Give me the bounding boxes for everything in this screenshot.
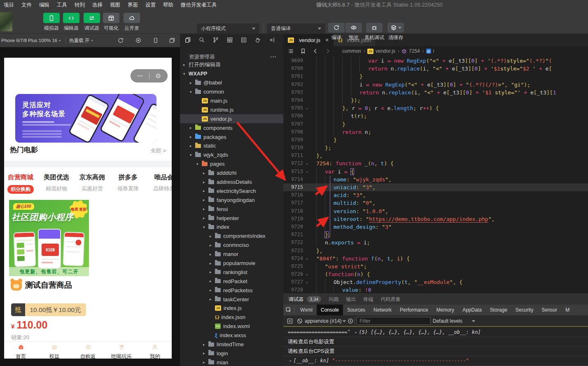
code-line-9716[interactable]: 9716acid: "3",: [283, 191, 588, 199]
action-清缓存[interactable]: 清缓存: [386, 23, 406, 41]
panel-tab-代码质量[interactable]: 代码质量: [380, 296, 400, 303]
devtools-tab-Wxml[interactable]: Wxml: [296, 305, 317, 315]
toolbar-模拟器[interactable]: 模拟器: [42, 13, 61, 32]
code-line-9708[interactable]: 9708return n;: [283, 128, 588, 136]
expand-icon[interactable]: ▸: [288, 359, 293, 363]
console-row-1[interactable]: ====================’ ▸(5) [{…}, {…}, {……: [283, 328, 588, 337]
play-icon[interactable]: [287, 318, 293, 324]
code-line-9719[interactable]: 9719siteroot: "https://demo.ttbobo.com/a…: [283, 215, 588, 223]
fold-icon[interactable]: ›: [303, 255, 310, 263]
tree-item-electricitySearch[interactable]: ▸electricitySearch: [180, 186, 283, 195]
live-expression-icon[interactable]: [347, 318, 354, 324]
devtools-tab-Console[interactable]: Console: [317, 305, 343, 315]
tree-item-index.js[interactable]: JSindex.js: [180, 304, 283, 313]
forward-icon[interactable]: [324, 48, 331, 54]
tree-item-login[interactable]: ▸login: [180, 349, 283, 358]
devtools-tab-Security[interactable]: Security: [511, 305, 537, 315]
code-line-9715[interactable]: 9715uniacid: "3",: [283, 183, 588, 191]
tree-item-rankinglist[interactable]: ▸rankinglist: [180, 267, 283, 277]
code-line-9703[interactable]: 9703return n.replace(i, "<" + e[_t3][0] …: [283, 89, 588, 96]
tree-item-adddizhi[interactable]: ▸adddizhi: [180, 169, 283, 178]
tree-item-redPacketss[interactable]: ▸redPacketss: [180, 286, 283, 295]
tree-item-runtime.js[interactable]: JSruntime.js: [180, 105, 283, 114]
breadcrumb-vendor.js[interactable]: vendor.js: [376, 48, 395, 54]
tree-item-vendor.js[interactable]: JSvendor.js: [180, 114, 283, 123]
tree-item-popularmovie[interactable]: ▸popularmovie: [180, 259, 283, 268]
code-line-9710[interactable]: 9710};: [283, 144, 588, 152]
action-真机调试[interactable]: 真机调试: [364, 23, 384, 41]
context-select[interactable]: appservice (#14): [305, 318, 341, 324]
panel-tab-问题[interactable]: 问题: [329, 296, 338, 303]
mode-select[interactable]: 小程序模式: [197, 23, 259, 33]
toolbar-编辑器[interactable]: 编辑器: [61, 13, 81, 32]
code-line-9709[interactable]: 9709}: [283, 136, 588, 144]
tree-item-mian[interactable]: ▸mian: [180, 358, 283, 366]
console-row-2[interactable]: 请检查后台电影设置: [283, 337, 588, 347]
breadcrumb-i[interactable]: i: [433, 48, 434, 54]
tree-item-common[interactable]: ▾common: [180, 87, 283, 96]
minimize-target-icon[interactable]: [149, 73, 168, 79]
action-预览[interactable]: 预览: [344, 23, 364, 41]
code-line-9723[interactable]: 9723},: [283, 247, 588, 255]
collapse-sidebar-icon[interactable]: [269, 37, 276, 43]
devtools-tab-Storage[interactable]: Storage: [486, 305, 511, 315]
expand-icon[interactable]: ▸: [353, 330, 359, 334]
code-line-9724[interactable]: 9724›"804f": function f(n, t, i) {: [283, 255, 588, 263]
sim-phone-icon[interactable]: [152, 37, 159, 44]
tree-item-components[interactable]: ▸components: [180, 123, 283, 132]
extensions-icon[interactable]: [226, 37, 233, 43]
code-line-9702[interactable]: 9702i = new RegExp("<" + e[_t3][0] + "(.…: [283, 81, 588, 89]
code-line-9725[interactable]: 9725"use strict";: [283, 263, 588, 270]
tree-item-taskCenter[interactable]: ▸taskCenter: [180, 295, 283, 304]
editor-tab-vendor.js[interactable]: JSvendor.js×: [283, 34, 334, 46]
category-唯品会[interactable]: 唯品会品牌特卖: [145, 173, 172, 192]
menu-设置[interactable]: 设置: [142, 2, 159, 9]
code-line-9727[interactable]: 9727›Object.defineProperty(t, "__esModul…: [283, 278, 588, 286]
code-area[interactable]: 9699var i = new RegExp("<" + e[_t3][0] +…: [283, 56, 588, 293]
panel-tab-输出[interactable]: 输出: [346, 296, 356, 303]
menu-工具[interactable]: 工具: [53, 2, 71, 9]
category-京东高佣[interactable]: 京东高佣实惠好货: [73, 173, 111, 192]
apptab-吃喝玩乐[interactable]: 吃喝玩乐: [105, 342, 138, 359]
toolbar-云开发[interactable]: 云开发: [122, 13, 142, 32]
fold-icon[interactable]: ›: [303, 168, 310, 176]
fold-icon[interactable]: ›: [303, 104, 310, 112]
bookmark-icon[interactable]: [300, 48, 306, 54]
code-line-9700[interactable]: 9700return n.replace(i, "<" + e[_t3][0] …: [283, 65, 588, 73]
toolbar-调试器[interactable]: 调试器: [82, 13, 102, 32]
console-row-4[interactable]: ▸[__ob__: kn] "-------------------------…: [283, 356, 588, 366]
code-line-9699[interactable]: 9699var i = new RegExp("<" + e[_t3][0] +…: [283, 57, 588, 65]
tree-item-packages[interactable]: ▸packages: [180, 132, 283, 141]
devtools-tab-Memory[interactable]: Memory: [432, 305, 458, 315]
tree-item-static[interactable]: ▸static: [180, 141, 283, 150]
hot-reload-toggle[interactable]: 热重载 开: [69, 38, 89, 44]
tree-item-WXAPP[interactable]: ▾WXAPP: [180, 69, 283, 78]
filter-input[interactable]: [357, 317, 431, 325]
panel-tab-终端[interactable]: 终端: [363, 296, 373, 303]
tree-item-componentsIndex[interactable]: ▸componentsIndex: [180, 232, 283, 241]
tree-item-打开的编辑器[interactable]: ▸打开的编辑器: [180, 60, 283, 69]
breadcrumb-7254[interactable]: 7254: [409, 48, 420, 54]
code-line-9712[interactable]: 9712›7254: function _(n, t) {: [283, 160, 588, 167]
tree-item-manor[interactable]: ▸manor: [180, 250, 283, 259]
code-line-9718[interactable]: 9718version: "1.0.0",: [283, 207, 588, 215]
menu-编辑[interactable]: 编辑: [35, 2, 53, 9]
devtools-tab-Sensor[interactable]: Sensor: [537, 305, 561, 315]
kettle-icon[interactable]: [254, 37, 261, 43]
tree-item-limitedTime[interactable]: ▸limitedTime: [180, 340, 283, 349]
window-icon[interactable]: [240, 37, 247, 43]
refresh-icon[interactable]: [117, 37, 124, 44]
fold-icon[interactable]: ›: [303, 160, 310, 167]
category-美团优选[interactable]: 美团优选精选好物: [37, 173, 75, 192]
tree-item-index[interactable]: ▾index: [180, 223, 283, 232]
inspect-element-icon[interactable]: [283, 307, 294, 313]
devtools-tab-Performance[interactable]: Performance: [396, 305, 432, 315]
tree-item-redPacket[interactable]: ▸redPacket: [180, 277, 283, 286]
code-line-9706[interactable]: 9706t(r);: [283, 112, 588, 120]
tree-item-main.js[interactable]: JSmain.js: [180, 96, 283, 106]
outline-icon[interactable]: [287, 48, 294, 54]
category-拼多多[interactable]: 拼多多领券直降: [109, 173, 147, 192]
apptab-我的[interactable]: 我的: [138, 342, 172, 359]
menu-帮助[interactable]: 帮助: [159, 2, 177, 9]
more-icon[interactable]: [131, 73, 149, 79]
